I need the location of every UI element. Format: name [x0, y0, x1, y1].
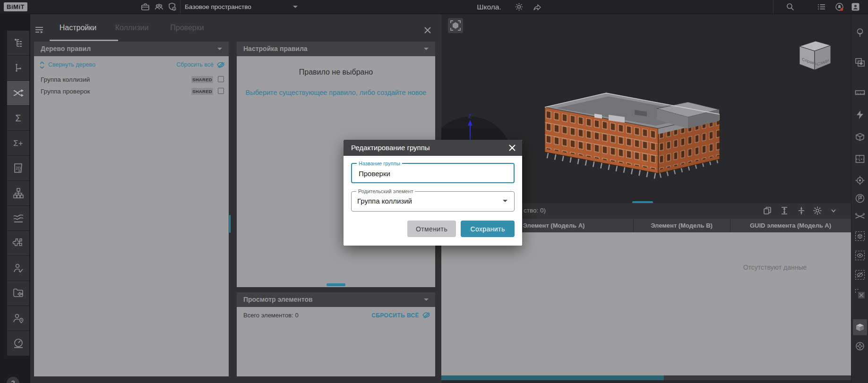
hide-element-icon[interactable] — [854, 269, 866, 281]
shared-badge: SHARED — [191, 88, 213, 95]
elements-view-panel: Просмотр элементов Всего элементов: 0 СБ… — [237, 292, 435, 376]
collapse-tree-link[interactable]: Свернуть дерево — [48, 61, 95, 68]
app-logo[interactable]: BiMiT — [4, 2, 27, 11]
settings-gear-icon[interactable] — [514, 2, 524, 12]
vegetation-icon[interactable] — [854, 27, 866, 39]
tool-plugins[interactable] — [7, 231, 29, 255]
gear-icon[interactable] — [813, 206, 822, 215]
gauge-icon — [12, 337, 25, 349]
save-button[interactable]: Сохранить — [461, 221, 515, 237]
rules-tree-header[interactable]: Дерево правил — [34, 42, 229, 56]
eye-off-icon[interactable] — [422, 311, 430, 319]
tool-branch[interactable] — [7, 56, 29, 80]
search-icon[interactable] — [785, 2, 795, 12]
workspace-selector[interactable]: Базовое пространство — [185, 0, 251, 14]
results-hscroll-thumb[interactable] — [441, 375, 664, 380]
collapse-panel-icon[interactable] — [34, 26, 45, 35]
tab-collisions[interactable]: Коллизии — [115, 22, 149, 34]
parent-element-value: Группа коллизий — [357, 197, 412, 205]
results-hscroll-track[interactable] — [441, 375, 851, 380]
tree-row-checkbox[interactable] — [218, 76, 224, 82]
edit-group-dialog: Редактирование группы Название группы Ро… — [344, 140, 522, 246]
notification-dot — [841, 8, 843, 11]
rule-empty-hint[interactable]: Выберите существующее правило, либо созд… — [237, 89, 435, 96]
isolate-element-icon[interactable] — [854, 230, 866, 242]
tool-org-chart[interactable] — [7, 181, 29, 205]
left-toolbar: Σ Σ+ 2D — [0, 14, 30, 383]
tree-row-checks-group[interactable]: Группа проверок SHARED — [34, 85, 229, 97]
elements-view-header[interactable]: Просмотр элементов — [237, 292, 435, 307]
results-count: ство: 0) — [524, 207, 546, 214]
tool-user-approve[interactable] — [7, 256, 29, 281]
flash-section-icon[interactable] — [854, 109, 866, 120]
tree-structure-icon — [13, 37, 24, 49]
results-table-body: Отсутствуют данные — [441, 232, 851, 375]
project-title: Школа. — [463, 0, 515, 14]
account-icon[interactable] — [851, 2, 860, 12]
tree-row-checkbox[interactable] — [218, 88, 224, 94]
workspace-caret-icon[interactable] — [293, 6, 298, 8]
tool-user-location[interactable] — [7, 306, 29, 331]
close-drawer-icon[interactable] — [423, 26, 432, 35]
collapse-vertical-icon[interactable] — [797, 206, 806, 215]
solid-cube-icon[interactable] — [854, 322, 866, 333]
list-icon[interactable] — [816, 2, 826, 12]
shared-badge: SHARED — [191, 76, 213, 83]
collapse-section-icon[interactable] — [217, 48, 222, 50]
reset-all-link[interactable]: Сбросить всё — [176, 61, 214, 68]
notifications-bell-icon[interactable] — [834, 2, 844, 12]
tool-dashboard[interactable] — [7, 331, 29, 356]
floorplan-icon[interactable] — [854, 153, 866, 165]
team-icon[interactable] — [154, 2, 164, 12]
show-element-icon[interactable] — [854, 250, 866, 261]
user-check-icon — [12, 262, 25, 274]
expand-collapse-icon[interactable] — [39, 61, 45, 69]
group-name-input[interactable] — [358, 164, 499, 183]
dialog-close-icon[interactable] — [508, 144, 516, 152]
chevron-down-icon[interactable] — [829, 206, 838, 215]
share-icon[interactable] — [532, 2, 542, 12]
rule-settings-header[interactable]: Настройка правила — [237, 42, 435, 56]
tool-folder-export[interactable] — [7, 281, 29, 306]
shield-coin-icon[interactable]: $ — [167, 2, 177, 12]
tool-sigma[interactable]: Σ — [7, 106, 29, 130]
trend-lines-icon — [12, 212, 25, 224]
app-logo-text: BiMiT — [7, 3, 25, 10]
flag-marker-icon[interactable] — [854, 193, 866, 204]
svg-text:$: $ — [173, 8, 175, 10]
cancel-button[interactable]: Отменить — [407, 221, 456, 237]
tree-row-collision-group[interactable]: Группа коллизий SHARED — [34, 74, 229, 85]
ruler-icon[interactable] — [854, 87, 866, 98]
clear-selection-icon[interactable] — [854, 288, 866, 299]
focus-model-button[interactable] — [448, 18, 463, 33]
tool-clash-detection[interactable] — [7, 81, 29, 105]
selection-area-icon[interactable] — [854, 57, 866, 68]
tool-2d-sheets[interactable]: 2D — [7, 156, 29, 180]
elements-total: Всего элементов: 0 — [243, 312, 299, 319]
elements-reset-link[interactable]: СБРОСИТЬ ВСЁ — [371, 312, 419, 319]
tool-sigma-plus[interactable]: Σ+ — [7, 131, 29, 155]
target-focus-icon[interactable] — [854, 175, 866, 186]
briefcase-icon[interactable] — [140, 2, 150, 12]
expand-vertical-icon[interactable] — [780, 206, 789, 215]
eye-off-icon[interactable] — [216, 61, 225, 68]
copy-icon[interactable] — [763, 206, 772, 215]
elements-view-title: Просмотр элементов — [243, 296, 313, 303]
orbit-mode-icon[interactable] — [854, 340, 866, 352]
help-button[interactable]: ? — [7, 377, 19, 383]
tool-tree-structure[interactable] — [7, 31, 29, 55]
section-box-icon[interactable] — [854, 131, 866, 143]
workspace-label: Базовое пространство — [185, 3, 251, 10]
collapse-section-icon[interactable] — [424, 48, 429, 50]
parent-element-field[interactable]: Родительский элемент Группа коллизий — [351, 191, 515, 212]
section-drag-handle[interactable] — [327, 283, 345, 286]
view-cube[interactable]: Справа Сзади — [794, 38, 835, 74]
drawer-vscroll-thumb[interactable] — [229, 215, 231, 233]
tab-settings[interactable]: Настройки — [60, 22, 96, 34]
axes-grid-icon[interactable] — [854, 211, 866, 222]
tool-trends[interactable] — [7, 206, 29, 230]
collapse-section-icon[interactable] — [424, 298, 429, 301]
tab-checks[interactable]: Проверки — [170, 22, 204, 34]
column-header-element-b: Элемент (Модель B) — [633, 219, 730, 232]
puzzle-icon — [12, 237, 25, 249]
